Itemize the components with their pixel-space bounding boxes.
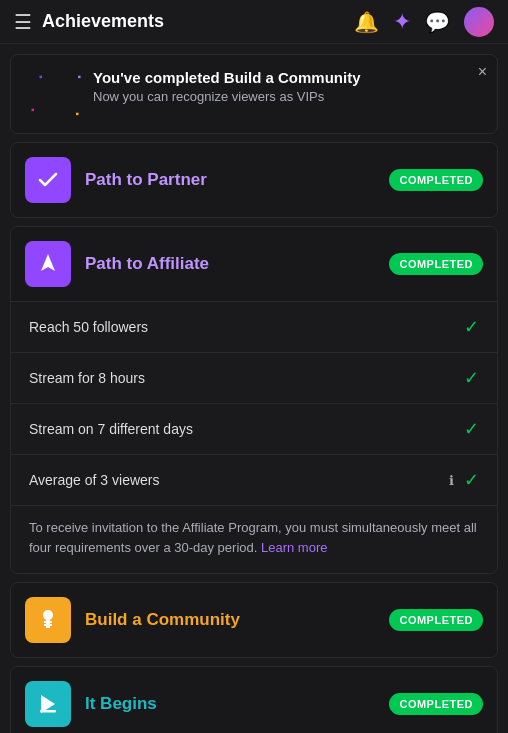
sparkle-br: ▪ <box>75 108 79 119</box>
sparkle-tr: ▪ <box>77 71 81 82</box>
achievement-icon-partner <box>25 157 71 203</box>
requirement-text-days: Stream on 7 different days <box>29 421 454 437</box>
info-icon-viewers[interactable]: ℹ <box>449 473 454 488</box>
completed-badge-affiliate: COMPLETED <box>389 253 483 275</box>
requirement-row-viewers: Average of 3 viewers ℹ ✓ <box>11 455 497 506</box>
notification-icon[interactable]: 🔔 <box>354 10 379 34</box>
banner-title: You've completed Build a Community <box>93 69 361 86</box>
achievement-path-to-affiliate: Path to Affiliate COMPLETED Reach 50 fol… <box>10 226 498 574</box>
svg-rect-1 <box>40 710 56 713</box>
achievement-path-to-partner: Path to Partner COMPLETED <box>10 142 498 218</box>
check-icon-days: ✓ <box>464 418 479 440</box>
avatar[interactable] <box>464 7 494 37</box>
check-icon-viewers: ✓ <box>464 469 479 491</box>
requirement-text-hours: Stream for 8 hours <box>29 370 454 386</box>
banner-content: You've completed Build a Community Now y… <box>93 69 361 104</box>
completion-banner: ▪ ▪ ▪ ▪ You've completed Build a Communi… <box>10 54 498 134</box>
achievement-title-affiliate: Path to Affiliate <box>85 254 389 274</box>
requirement-text-followers: Reach 50 followers <box>29 319 454 335</box>
achievement-icon-it-begins <box>25 681 71 727</box>
check-icon-followers: ✓ <box>464 316 479 338</box>
check-icon-hours: ✓ <box>464 367 479 389</box>
affiliate-note: To receive invitation to the Affiliate P… <box>11 506 497 573</box>
sparkle-tl: ▪ <box>39 71 43 82</box>
completed-badge-community: COMPLETED <box>389 609 483 631</box>
achievement-header-affiliate[interactable]: Path to Affiliate COMPLETED <box>11 227 497 301</box>
achievement-title-it-begins: It Begins <box>85 694 389 714</box>
achievement-it-begins: It Begins COMPLETED <box>10 666 498 733</box>
gem-icon[interactable]: ✦ <box>393 9 411 35</box>
header: ☰ Achievements 🔔 ✦ 💬 <box>0 0 508 44</box>
requirement-text-viewers: Average of 3 viewers <box>29 472 444 488</box>
chat-icon[interactable]: 💬 <box>425 10 450 34</box>
achievement-title-community: Build a Community <box>85 610 389 630</box>
header-icons: 🔔 ✦ 💬 <box>354 7 494 37</box>
svg-marker-0 <box>41 254 55 271</box>
achievement-header-community[interactable]: Build a Community COMPLETED <box>11 583 497 657</box>
completed-badge-it-begins: COMPLETED <box>389 693 483 715</box>
page-title: Achievements <box>42 11 354 32</box>
achievement-icon-community <box>25 597 71 643</box>
banner-icon-area: ▪ ▪ ▪ ▪ <box>31 69 81 119</box>
sparkle-bl: ▪ <box>31 104 35 115</box>
requirement-row-followers: Reach 50 followers ✓ <box>11 302 497 353</box>
requirement-row-hours: Stream for 8 hours ✓ <box>11 353 497 404</box>
hamburger-icon[interactable]: ☰ <box>14 10 32 34</box>
achievement-header-path-to-partner[interactable]: Path to Partner COMPLETED <box>11 143 497 217</box>
achievement-title-partner: Path to Partner <box>85 170 389 190</box>
achievement-body-affiliate: Reach 50 followers ✓ Stream for 8 hours … <box>11 301 497 573</box>
banner-subtitle: Now you can recognize viewers as VIPs <box>93 89 361 104</box>
achievement-icon-affiliate <box>25 241 71 287</box>
learn-more-link[interactable]: Learn more <box>261 540 327 555</box>
requirement-row-days: Stream on 7 different days ✓ <box>11 404 497 455</box>
completed-badge-partner: COMPLETED <box>389 169 483 191</box>
affiliate-note-text: To receive invitation to the Affiliate P… <box>29 520 477 555</box>
banner-close-button[interactable]: × <box>478 63 487 81</box>
achievement-header-it-begins[interactable]: It Begins COMPLETED <box>11 667 497 733</box>
achievement-build-community: Build a Community COMPLETED <box>10 582 498 658</box>
